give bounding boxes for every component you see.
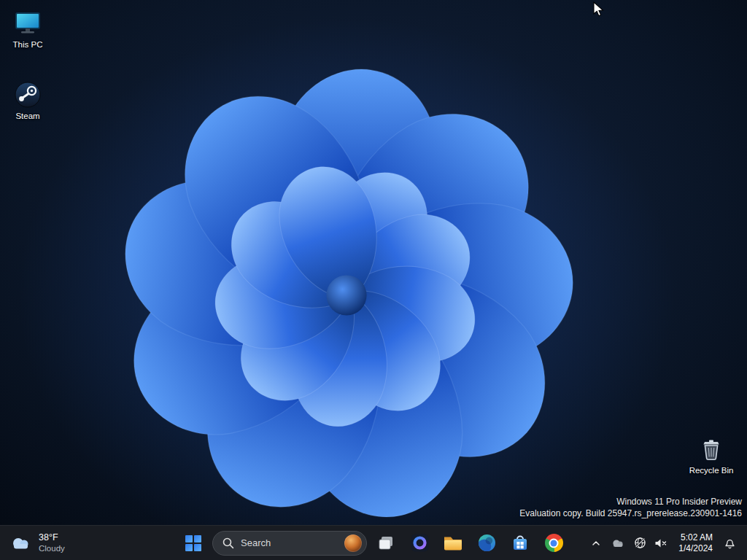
search-box[interactable]: Search — [212, 531, 367, 556]
desktop-icon-label: This PC — [13, 40, 43, 50]
system-tray: 5:02 AM 1/4/2024 — [586, 526, 747, 560]
search-daily-image[interactable] — [344, 534, 362, 552]
task-view-icon — [377, 534, 395, 552]
desktop-icon-label: Steam — [15, 112, 39, 121]
show-hidden-icons-button[interactable] — [586, 530, 606, 556]
desktop-icon-recycle-bin[interactable]: Recycle Bin — [684, 432, 739, 478]
copilot-button[interactable] — [405, 529, 434, 558]
clock-date: 1/4/2024 — [678, 543, 713, 554]
volume-muted-icon — [654, 537, 668, 549]
onedrive-cloud-icon — [611, 538, 625, 548]
microsoft-store-button[interactable] — [506, 529, 535, 558]
windows-logo-icon — [185, 535, 201, 551]
volume-button[interactable] — [651, 530, 672, 556]
chrome-icon — [545, 534, 563, 552]
edge-button[interactable] — [472, 529, 501, 558]
start-button[interactable] — [179, 529, 208, 558]
edge-icon — [478, 534, 496, 552]
desktop-icon-steam[interactable]: Steam — [0, 77, 55, 124]
chrome-button[interactable] — [539, 529, 568, 558]
cloudy-icon — [10, 535, 32, 551]
notification-center-button[interactable] — [719, 530, 740, 556]
watermark-line1: Windows 11 Pro Insider Preview — [519, 496, 742, 508]
desktop-icon-label: Recycle Bin — [689, 466, 734, 475]
task-view-button[interactable] — [371, 529, 400, 558]
recycle-bin-icon — [697, 435, 726, 464]
clock-button[interactable]: 5:02 AM 1/4/2024 — [673, 532, 719, 554]
copilot-icon — [411, 534, 429, 552]
windows-desktop: This PC Steam Recycle Bin W — [0, 0, 747, 560]
file-explorer-icon — [444, 535, 462, 551]
this-pc-icon — [13, 9, 42, 38]
onedrive-button[interactable] — [607, 530, 629, 556]
weather-temperature: 38°F — [39, 532, 65, 543]
globe-no-internet-icon — [634, 537, 646, 549]
search-placeholder: Search — [241, 537, 338, 548]
network-button[interactable] — [630, 530, 650, 556]
evaluation-watermark: Windows 11 Pro Insider Preview Evaluatio… — [519, 496, 742, 519]
search-icon — [222, 537, 234, 549]
taskbar-center: Search — [179, 526, 568, 560]
taskbar: 38°F Cloudy — [0, 525, 747, 560]
steam-icon — [13, 80, 42, 109]
chrome-icon-center — [551, 540, 557, 546]
desktop-icon-this-pc[interactable]: This PC — [0, 6, 55, 52]
notification-bell-icon — [724, 537, 736, 549]
weather-text: 38°F Cloudy — [39, 532, 65, 554]
microsoft-store-icon — [511, 534, 529, 552]
chevron-up-icon — [590, 538, 602, 548]
weather-condition: Cloudy — [39, 543, 65, 554]
watermark-line2: Evaluation copy. Build 25947.rs_prerelea… — [519, 508, 742, 519]
file-explorer-button[interactable] — [438, 529, 468, 558]
clock-time: 5:02 AM — [681, 532, 713, 543]
mouse-cursor — [593, 1, 605, 18]
widgets-weather-button[interactable]: 38°F Cloudy — [0, 527, 75, 559]
wallpaper-bloom-image — [0, 0, 747, 560]
